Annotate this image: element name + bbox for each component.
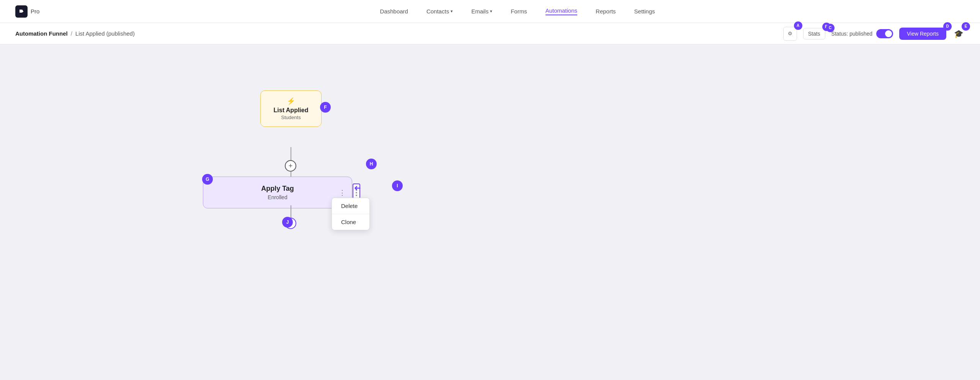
breadcrumb-sep: /: [71, 30, 72, 37]
badge-a: A: [794, 21, 802, 30]
secondbar: Automation Funnel / List Applied (publis…: [0, 23, 980, 44]
breadcrumb: Automation Funnel / List Applied (publis…: [15, 30, 135, 37]
context-menu: Delete Clone: [332, 198, 370, 230]
context-menu-delete[interactable]: Delete: [332, 198, 369, 214]
badge-d: D: [943, 22, 952, 31]
nav-reports[interactable]: Reports: [596, 8, 616, 15]
trigger-icon: ⚡: [273, 97, 309, 105]
action-subtitle: Enrolled: [219, 194, 336, 200]
trigger-node[interactable]: ⚡ List Applied Students: [260, 90, 322, 127]
badge-f: F: [320, 102, 331, 113]
logo-text: Pro: [31, 8, 39, 15]
status-toggle[interactable]: [876, 29, 893, 38]
logo-icon: [15, 5, 28, 18]
breadcrumb-current: List Applied (published): [75, 30, 135, 37]
nav-contacts[interactable]: Contacts ▾: [426, 8, 453, 15]
secondbar-right: A ⚙ B Stats C Status: published D View R…: [783, 27, 965, 41]
breadcrumb-parent: Automation Funnel: [15, 30, 68, 37]
trigger-title: List Applied: [273, 107, 309, 114]
badge-h: H: [366, 159, 377, 169]
badge-g: G: [202, 174, 213, 185]
action-node[interactable]: Apply Tag Enrolled ⋮: [203, 177, 352, 208]
badge-j: J: [282, 217, 293, 228]
gear-btn-wrapper: A ⚙: [783, 27, 797, 41]
nav-forms[interactable]: Forms: [511, 8, 527, 15]
action-title: Apply Tag: [219, 185, 336, 193]
add-step-button-1[interactable]: +: [285, 160, 296, 172]
arrow-to-drag-handle: ➜: [354, 183, 361, 193]
view-reports-button[interactable]: View Reports: [899, 28, 946, 40]
canvas: F ⚡ List Applied Students + 🏷 G Apply Ta…: [0, 44, 980, 380]
nav-dashboard[interactable]: Dashboard: [380, 8, 408, 15]
chevron-down-icon: ▾: [490, 9, 492, 14]
status-label: Status: published: [831, 31, 872, 37]
trigger-subtitle: Students: [273, 115, 309, 120]
badge-c: C: [826, 24, 835, 32]
stats-button[interactable]: Stats: [803, 28, 825, 39]
connector-line-1: [291, 147, 291, 161]
nav-automations[interactable]: Automations: [546, 7, 577, 15]
chevron-down-icon: ▾: [451, 9, 453, 14]
top-nav: Pro Dashboard Contacts ▾ Emails ▾ Forms …: [0, 0, 980, 23]
cap-icon-wrapper: E 🎓: [952, 28, 965, 40]
action-menu-dots[interactable]: ⋮: [339, 188, 346, 197]
logo[interactable]: Pro: [15, 5, 39, 18]
nav-emails[interactable]: Emails ▾: [471, 8, 492, 15]
badge-e: E: [962, 22, 970, 31]
gear-button[interactable]: ⚙: [783, 27, 797, 41]
nav-settings[interactable]: Settings: [634, 8, 655, 15]
view-reports-wrapper: D View Reports: [899, 28, 946, 40]
stats-btn-wrapper: B Stats: [803, 28, 825, 39]
badge-i: I: [392, 180, 403, 191]
plus-icon: +: [289, 162, 293, 170]
gear-icon: ⚙: [788, 31, 792, 36]
connector-line-3: [291, 205, 291, 219]
status-section: C Status: published: [831, 29, 893, 38]
stats-label: Stats: [808, 31, 820, 37]
context-menu-clone[interactable]: Clone: [332, 214, 369, 230]
drag-dot-3: [356, 195, 357, 196]
nav-items: Dashboard Contacts ▾ Emails ▾ Forms Auto…: [70, 7, 965, 15]
